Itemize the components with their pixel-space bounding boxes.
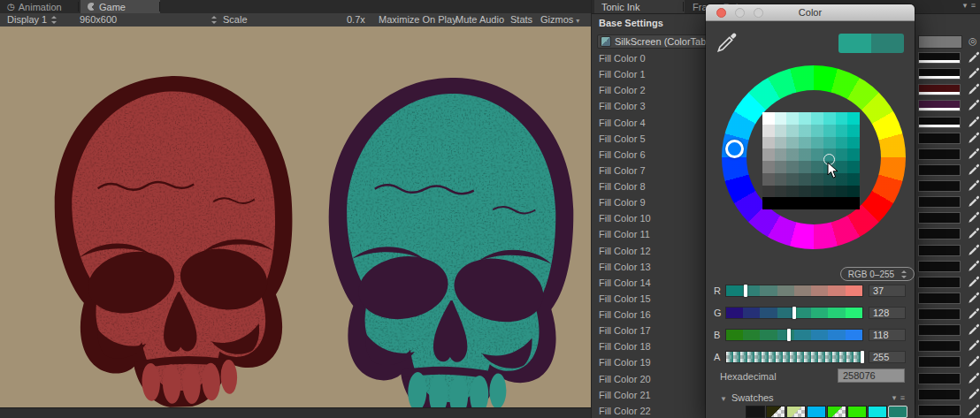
eyedropper-icon[interactable]	[968, 83, 980, 95]
hue-selector[interactable]	[725, 140, 744, 158]
slider-handle[interactable]	[744, 285, 747, 297]
dropdown-arrows-icon	[211, 16, 217, 24]
color-swatch[interactable]	[918, 373, 961, 384]
eyedropper-icon[interactable]	[968, 308, 980, 320]
scale-label: Scale	[223, 14, 248, 26]
panel-menu-icon[interactable]: ▾ ≡	[963, 1, 976, 10]
blue-value-field[interactable]: 118	[869, 329, 906, 341]
previous-color	[838, 34, 871, 53]
eyedropper-icon[interactable]	[968, 355, 980, 368]
alpha-slider[interactable]	[725, 351, 863, 363]
eyedropper-icon[interactable]	[968, 260, 980, 272]
tab-tonic-ink[interactable]: Tonic Ink	[594, 0, 685, 13]
swatch-tile[interactable]	[746, 406, 765, 418]
stats-button[interactable]: Stats	[510, 14, 532, 26]
swatches-foldout[interactable]: ▼Swatches ▾ ≡	[720, 392, 906, 405]
swatch-tile[interactable]	[868, 406, 887, 418]
eyedropper-icon[interactable]	[968, 67, 980, 80]
scale-value: 0.7x	[347, 14, 365, 26]
color-swatch[interactable]	[918, 245, 961, 256]
color-swatch[interactable]	[918, 52, 961, 64]
maximize-on-play-button[interactable]: Maximize On Play	[379, 14, 457, 26]
color-swatch[interactable]	[918, 277, 961, 288]
eyedropper-icon[interactable]	[968, 404, 980, 416]
object-picker-icon[interactable]: ◎	[969, 35, 977, 47]
dropdown-arrows-icon	[50, 16, 57, 24]
tab-animation[interactable]: ◷ Animation	[0, 0, 69, 13]
eyedropper-icon[interactable]	[968, 339, 980, 352]
swatch-tile[interactable]	[807, 406, 826, 418]
eyedropper-icon[interactable]	[968, 244, 980, 256]
color-swatch[interactable]	[918, 100, 961, 111]
color-swatch[interactable]	[918, 308, 961, 320]
color-swatch[interactable]	[918, 356, 961, 368]
eyedropper-icon[interactable]	[968, 179, 980, 192]
saturation-value-square[interactable]	[762, 112, 860, 209]
eyedropper-icon[interactable]	[968, 276, 980, 288]
swatches-menu-icon[interactable]: ▾ ≡	[892, 393, 906, 402]
swatch-row	[918, 210, 980, 226]
slider-handle[interactable]	[787, 329, 791, 341]
eyedropper-icon[interactable]	[968, 148, 980, 160]
slider-handle[interactable]	[792, 307, 796, 319]
color-swatch[interactable]	[918, 228, 961, 239]
game-tabbar: ◷ Animation Game	[0, 0, 591, 14]
eyedropper-icon[interactable]	[968, 211, 980, 224]
swatch-tile-selected[interactable]	[888, 406, 907, 418]
eyedropper-icon[interactable]	[968, 99, 980, 111]
eyedropper-icon[interactable]	[968, 292, 980, 304]
color-swatch[interactable]	[918, 324, 961, 336]
eyedropper-icon[interactable]	[968, 116, 980, 128]
eyedropper-icon[interactable]	[968, 323, 980, 336]
color-swatch[interactable]	[918, 84, 961, 95]
resolution-dropdown[interactable]: 960x600	[80, 14, 117, 26]
color-swatch[interactable]	[918, 261, 961, 272]
object-gray-swatch[interactable]	[918, 35, 962, 49]
dropdown-arrows-icon	[900, 270, 907, 278]
swatch-tile[interactable]	[827, 406, 846, 418]
eyedropper-button[interactable]	[716, 32, 738, 53]
red-value-field[interactable]: 37	[869, 285, 906, 297]
eyedropper-icon[interactable]	[968, 388, 980, 400]
resolution-dropdown-arrows[interactable]	[207, 14, 217, 26]
color-swatch[interactable]	[918, 148, 961, 160]
eyedropper-icon[interactable]	[968, 163, 980, 176]
swatch-tile[interactable]	[847, 406, 867, 418]
color-swatch[interactable]	[918, 212, 961, 224]
color-swatch[interactable]	[918, 389, 961, 400]
color-swatch[interactable]	[918, 340, 961, 352]
eyedropper-icon[interactable]	[968, 51, 980, 64]
color-mode-dropdown[interactable]: RGB 0–255	[840, 267, 915, 281]
color-swatch[interactable]	[918, 117, 961, 128]
tab-game[interactable]: Game	[80, 0, 160, 13]
alpha-value-field[interactable]: 255	[869, 351, 906, 363]
green-slider[interactable]	[725, 307, 863, 319]
gizmos-button[interactable]: Gizmos ▾	[540, 14, 579, 26]
game-panel: ◷ Animation Game Display 1 960x600 Scale	[0, 0, 592, 418]
color-window-titlebar[interactable]: Color	[706, 4, 915, 21]
swatch-row	[918, 259, 980, 275]
eyedropper-icon[interactable]	[968, 132, 980, 144]
swatch-tile[interactable]	[766, 406, 785, 418]
color-swatch[interactable]	[918, 405, 961, 416]
swatch-tile[interactable]	[786, 406, 806, 418]
display-dropdown[interactable]: Display 1	[7, 14, 57, 26]
eyedropper-icon[interactable]	[968, 195, 980, 208]
eyedropper-icon[interactable]	[968, 372, 980, 384]
slider-row-a: A 255	[706, 351, 915, 365]
color-swatch[interactable]	[918, 293, 961, 304]
swatch-color-overlay	[767, 407, 785, 417]
red-slider[interactable]	[725, 285, 863, 297]
eyedropper-icon[interactable]	[968, 227, 980, 239]
color-swatch[interactable]	[918, 68, 961, 80]
slider-handle[interactable]	[861, 351, 864, 363]
color-swatch[interactable]	[918, 164, 961, 176]
mute-audio-button[interactable]: Mute Audio	[456, 14, 504, 26]
color-swatch[interactable]	[918, 196, 961, 208]
color-swatch[interactable]	[918, 180, 961, 192]
blue-slider[interactable]	[725, 329, 863, 341]
green-value-field[interactable]: 128	[869, 307, 906, 319]
slider-row-r: R 37	[706, 285, 915, 299]
color-swatch[interactable]	[918, 133, 961, 144]
hexadecimal-field[interactable]: 258076	[838, 369, 905, 383]
